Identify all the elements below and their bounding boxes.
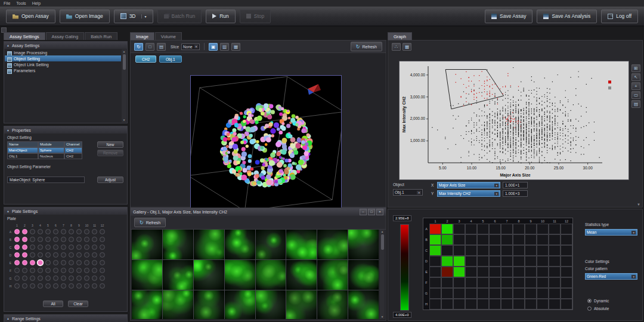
well-F10[interactable] [84,268,89,273]
scroll-down-icon[interactable]: ▼ [381,315,383,318]
heatmap-cell-F11[interactable] [549,277,561,288]
well-D2[interactable] [22,252,27,258]
heatmap-cell-G2[interactable] [441,288,453,299]
heatmap-cell-C1[interactable] [429,245,441,256]
save-as-analysis-button[interactable]: Save As Analysis [537,10,597,23]
well-H7[interactable] [61,283,66,289]
save-assay-button[interactable]: Save Assay [485,10,532,23]
x-axis-dropdown[interactable]: Major Axis Size ▾ [437,182,500,188]
heatmap-cell-A11[interactable] [549,224,561,234]
heatmap-cell-D7[interactable] [501,256,513,267]
heatmap-cell-C12[interactable] [561,245,572,256]
stop-button[interactable]: Stop [240,10,271,23]
channel-button-ch2[interactable]: CH2 [135,55,156,63]
well-A10[interactable] [84,229,89,234]
properties-header[interactable]: ▲ Properties [4,126,127,134]
well-F3[interactable] [30,268,35,273]
heatmap-cell-C3[interactable] [453,245,465,256]
well-G12[interactable] [100,275,105,281]
collapse-panel-icon[interactable]: ▼ [637,203,640,206]
well-D7[interactable] [61,252,66,258]
heatmap-cell-B2[interactable] [441,234,453,245]
heatmap-cell-D12[interactable] [561,256,572,267]
heatmap-cell-B6[interactable] [489,234,501,245]
heatmap-cell-B11[interactable] [549,234,561,245]
well-A11[interactable] [92,229,97,234]
well-A12[interactable] [100,229,105,234]
well-D10[interactable] [84,252,89,258]
well-B1[interactable] [14,237,20,242]
absolute-radio[interactable] [587,306,592,311]
well-G1[interactable] [14,275,20,281]
heatmap-cell-E11[interactable] [549,267,561,277]
heatmap-cell-G9[interactable] [525,288,537,299]
gallery-image[interactable] [348,290,379,319]
log-off-button[interactable]: Log off [601,10,638,23]
heatmap-cell-E5[interactable] [477,267,489,277]
well-F7[interactable] [61,268,66,273]
y-axis-dropdown[interactable]: Max Intensity CH2 ▾ [437,190,500,197]
menu-tools[interactable]: Tools [16,1,26,5]
well-G4[interactable] [38,275,43,281]
well-A9[interactable] [76,229,82,234]
well-C3[interactable] [30,244,35,250]
well-G3[interactable] [30,275,35,281]
assay-settings-header[interactable]: ▲ Assay Settings [4,42,127,49]
well-E7[interactable] [61,260,66,265]
well-H2[interactable] [22,283,27,289]
gallery-image[interactable] [194,230,224,259]
x-scale-value[interactable]: 1.00E+1 [503,182,528,188]
layers-button[interactable]: ▤ [157,43,166,51]
heatmap-cell-F8[interactable] [513,277,525,288]
heatmap-cell-E7[interactable] [501,267,513,277]
heatmap-cell-F9[interactable] [525,277,537,288]
well-E3[interactable] [30,260,35,265]
heatmap-cell-E1[interactable] [429,267,441,277]
heatmap-cell-F12[interactable] [561,277,572,288]
heatmap-cell-F3[interactable] [453,277,465,288]
well-C7[interactable] [61,244,66,250]
well-G10[interactable] [84,275,89,281]
heatmap-cell-D8[interactable] [513,256,525,267]
well-G8[interactable] [69,275,74,281]
center-tab-image[interactable]: Image [130,32,154,40]
view-mode-grid-button[interactable]: ▦ [231,43,240,51]
well-B6[interactable] [53,237,58,242]
heatmap-cell-G7[interactable] [501,288,513,299]
heatmap-cell-C7[interactable] [501,245,513,256]
gallery-image[interactable] [317,230,348,259]
heatmap-cell-F1[interactable] [429,277,441,288]
heatmap-cell-H3[interactable] [453,299,465,309]
well-A5[interactable] [45,229,51,234]
scroll-up-icon[interactable]: ▲ [381,230,383,233]
well-C4[interactable] [38,244,43,250]
gallery-image[interactable] [286,290,317,319]
heatmap-cell-F6[interactable] [489,277,501,288]
well-D4[interactable] [38,252,43,258]
heatmap-cell-D6[interactable] [489,256,501,267]
heatmap-cell-C5[interactable] [477,245,489,256]
well-F8[interactable] [69,268,74,273]
heatmap-cell-H6[interactable] [489,299,501,309]
well-C6[interactable] [53,244,58,250]
well-E2[interactable] [22,260,27,265]
heatmap-cell-A1[interactable] [429,224,441,234]
heatmap-cell-B3[interactable] [453,234,465,245]
scatter-plot[interactable]: 5.0010.0015.0020.0025.0030.001,000.002,0… [399,61,629,180]
scroll-up-icon[interactable]: ▲ [123,50,125,53]
gallery-image[interactable] [163,260,193,290]
well-D6[interactable] [53,252,58,258]
well-H6[interactable] [53,283,58,289]
well-E9[interactable] [76,260,82,265]
heatmap-cell-A7[interactable] [501,224,513,234]
well-E6[interactable] [53,260,58,265]
heatmap-cell-G8[interactable] [513,288,525,299]
heatmap-cell-H4[interactable] [465,299,477,309]
tree-item-image-processing[interactable]: Image Processing [5,49,121,55]
scrollbar-thumb[interactable] [381,234,384,250]
heatmap-cell-H2[interactable] [441,299,453,309]
heatmap-cell-C4[interactable] [465,245,477,256]
heatmap-cell-D5[interactable] [477,256,489,267]
heatmap-cell-B12[interactable] [561,234,572,245]
heatmap-cell-B1[interactable] [429,234,441,245]
